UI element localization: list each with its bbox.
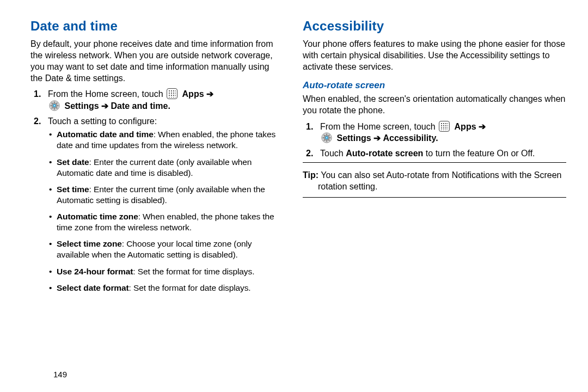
list-item: Automatic time zone: When enabled, the p…: [56, 211, 283, 233]
list-item: Set date: Enter the current date (only a…: [56, 157, 283, 179]
term: Use 24-hour format: [57, 267, 133, 276]
step-1: From the Home screen, touch Apps ➔ Setti…: [315, 121, 566, 144]
step-2: Touch Auto-rotate screen to turn the fea…: [315, 148, 566, 160]
term: Select time zone: [57, 239, 122, 248]
auto-rotate-steps: From the Home screen, touch Apps ➔ Setti…: [303, 121, 566, 160]
list-item: Select date format: Set the format for d…: [56, 283, 283, 293]
arrow-icon: ➔: [206, 89, 213, 99]
auto-rotate-intro: When enabled, the screen's orientation a…: [303, 93, 566, 116]
divider: [303, 162, 566, 163]
manual-page: Date and time By default, your phone rec…: [0, 0, 588, 392]
apps-label: Apps: [455, 122, 476, 131]
apps-label: Apps: [182, 89, 204, 99]
tip-label: Tip:: [303, 170, 318, 180]
step-2-bold: Auto-rotate screen: [346, 149, 423, 158]
step-1-prefix: From the Home screen, touch: [48, 89, 166, 99]
term: Select date format: [57, 283, 129, 292]
step-2-post: to turn the feature On or Off.: [423, 149, 535, 158]
settings-bullets: Automatic date and time: When enabled, t…: [48, 129, 283, 293]
breadcrumb-leaf: Date and time: [111, 101, 168, 111]
list-item: Select time zone: Choose your local time…: [56, 238, 283, 260]
step-2-text: Touch a setting to configure:: [48, 117, 157, 126]
divider: [303, 197, 566, 198]
step-1: From the Home screen, touch Apps ➔ Setti…: [42, 88, 283, 112]
settings-label: Settings: [336, 133, 371, 143]
apps-icon: [167, 88, 177, 99]
desc: : Set the format for time displays.: [133, 267, 254, 276]
list-item: Use 24-hour format: Set the format for t…: [56, 266, 283, 277]
step-1-prefix: From the Home screen, touch: [320, 122, 438, 131]
heading-date-and-time: Date and time: [30, 19, 283, 34]
arrow-icon: ➔: [479, 122, 486, 131]
term: Set date: [57, 157, 89, 167]
settings-icon: [49, 100, 60, 111]
settings-label: Settings: [64, 101, 99, 111]
left-column: Date and time By default, your phone rec…: [30, 19, 298, 381]
term: Set time: [57, 185, 89, 194]
page-number: 149: [53, 370, 67, 379]
right-column: Accessibility Your phone offers features…: [298, 19, 566, 381]
breadcrumb-leaf: Accessibility: [383, 133, 436, 143]
desc: : Set the format for date displays.: [129, 283, 251, 292]
date-time-steps: From the Home screen, touch Apps ➔ Setti…: [30, 88, 283, 293]
arrow-icon: ➔: [373, 133, 381, 143]
step-2-pre: Touch: [320, 149, 346, 158]
settings-icon: [321, 132, 332, 143]
step-2: Touch a setting to configure: Automatic …: [42, 115, 283, 293]
accessibility-intro: Your phone offers features to make using…: [303, 38, 566, 72]
term: Automatic time zone: [57, 212, 138, 221]
subheading-auto-rotate: Auto-rotate screen: [303, 80, 566, 91]
tip: Tip: You can also set Auto-rotate from N…: [303, 169, 566, 192]
arrow-icon: ➔: [101, 101, 108, 111]
list-item: Set time: Enter the current time (only a…: [56, 184, 283, 206]
apps-icon: [439, 121, 450, 132]
term: Automatic date and time: [57, 130, 154, 139]
list-item: Automatic date and time: When enabled, t…: [56, 129, 283, 151]
heading-accessibility: Accessibility: [303, 19, 566, 34]
tip-text: You can also set Auto-rotate from Notifi…: [318, 170, 562, 191]
date-time-intro: By default, your phone receives date and…: [30, 38, 283, 84]
